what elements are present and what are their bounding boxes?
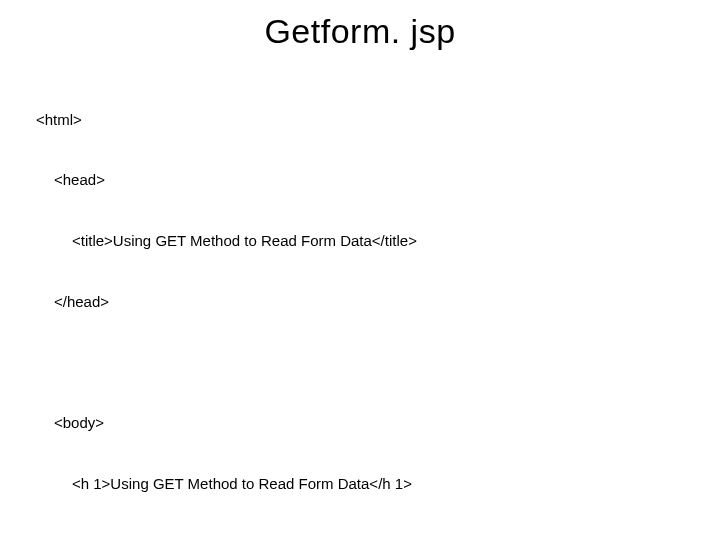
- slide: Getform. jsp <html> <head> <title>Using …: [0, 0, 720, 540]
- code-line: <title>Using GET Method to Read Form Dat…: [36, 231, 684, 251]
- code-line: <html>: [36, 110, 684, 130]
- code-line: <h 1>Using GET Method to Read Form Data<…: [36, 474, 684, 494]
- code-line: <body>: [36, 413, 684, 433]
- slide-title: Getform. jsp: [36, 12, 684, 51]
- blank-line: [36, 353, 684, 373]
- code-line: </head>: [36, 292, 684, 312]
- code-line: <head>: [36, 170, 684, 190]
- blank-line: [36, 535, 684, 541]
- code-block: <html> <head> <title>Using GET Method to…: [36, 69, 684, 540]
